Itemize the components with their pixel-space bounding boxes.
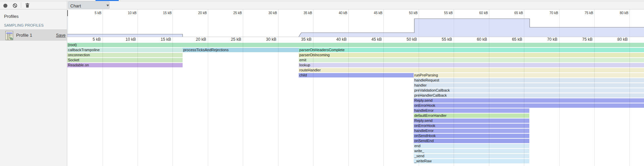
svg-text:%: %	[9, 36, 13, 40]
